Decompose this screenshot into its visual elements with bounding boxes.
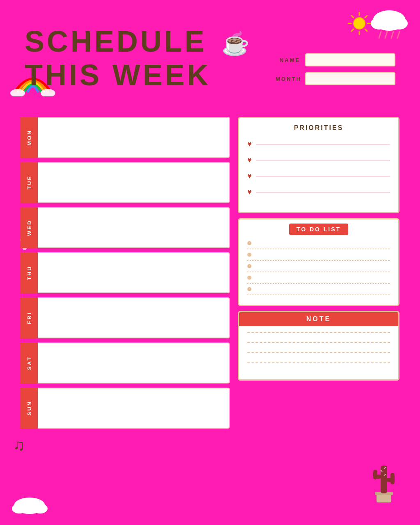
svg-line-12 (379, 32, 381, 38)
music-note-decoration: ♫ (13, 435, 27, 453)
todo-dot (247, 264, 251, 268)
day-label: SUN (21, 388, 38, 429)
cloud-rain-decoration (367, 6, 412, 41)
priority-item-2: ♥ (247, 172, 390, 180)
title-area: SCHEDULE ☕ THIS WEEK (25, 25, 252, 92)
day-content[interactable] (38, 252, 230, 293)
day-content[interactable] (38, 342, 230, 383)
todo-dotted-line (247, 249, 390, 249)
day-label: MON (21, 117, 38, 158)
cloud-bottom-left (10, 494, 49, 517)
day-content[interactable] (38, 388, 230, 429)
svg-point-20 (33, 504, 48, 514)
day-row-mon: MON (21, 117, 230, 158)
todo-dot (247, 253, 251, 257)
svg-point-11 (391, 17, 408, 30)
month-input[interactable] (305, 72, 395, 85)
cactus-decoration (368, 457, 400, 502)
svg-text:♫: ♫ (13, 436, 25, 453)
note-box: NOTE (238, 311, 399, 381)
right-column: PRIORITIES ♥ ♥ ♥ ♥ TO DO LIST (238, 117, 399, 429)
svg-point-0 (354, 18, 365, 29)
svg-line-14 (391, 32, 393, 38)
todo-dot (247, 287, 251, 291)
priorities-box: PRIORITIES ♥ ♥ ♥ ♥ (238, 117, 399, 213)
todo-dotted-line (247, 294, 390, 295)
heart-icon: ♥ (247, 140, 252, 148)
title-line2: THIS WEEK (25, 58, 252, 92)
priority-item-3: ♥ (247, 188, 390, 196)
heart-icon: ♥ (247, 172, 252, 180)
todo-header: TO DO LIST (247, 224, 390, 235)
todo-title-badge: TO DO LIST (289, 224, 348, 235)
todo-box: TO DO LIST (238, 218, 399, 306)
day-row-fri: FRI (21, 297, 230, 338)
todo-dotted-line (247, 283, 390, 284)
svg-point-10 (371, 17, 387, 30)
day-label: SAT (21, 342, 38, 383)
month-label: MONTH (276, 76, 300, 82)
heart-icon: ♥ (247, 156, 252, 164)
name-row: NAME (276, 53, 395, 66)
title-line1: SCHEDULE ☕ (25, 25, 252, 58)
note-header: NOTE (239, 312, 398, 326)
day-label: TUE (21, 162, 38, 203)
priority-item-1: ♥ (247, 156, 390, 164)
todo-item-1 (247, 253, 390, 261)
priority-line (256, 192, 390, 193)
note-line-2 (247, 352, 390, 353)
name-input[interactable] (305, 53, 395, 66)
day-row-sun: SUN (21, 388, 230, 429)
note-line-1 (247, 342, 390, 343)
name-label: NAME (276, 57, 300, 63)
svg-line-15 (397, 32, 399, 38)
note-title: NOTE (306, 315, 331, 322)
svg-rect-29 (373, 470, 377, 479)
note-line-3 (247, 362, 390, 363)
main-content: MON TUE WED THU FRI SAT SUN PRIORITIES ♥ (21, 117, 399, 429)
day-content[interactable] (38, 117, 230, 158)
day-content[interactable] (38, 207, 230, 248)
todo-item-3 (247, 276, 390, 284)
note-line-0 (247, 332, 390, 333)
todo-item-4 (247, 287, 390, 295)
todo-item-0 (247, 241, 390, 249)
priority-item-0: ♥ (247, 140, 390, 148)
svg-line-13 (385, 32, 387, 38)
svg-point-19 (12, 504, 27, 514)
priority-line (256, 144, 390, 145)
day-content[interactable] (38, 162, 230, 203)
day-row-sat: SAT (21, 342, 230, 383)
svg-rect-27 (381, 466, 387, 493)
todo-dot (247, 241, 251, 245)
day-label: THU (21, 252, 38, 293)
priority-line (256, 176, 390, 177)
todo-dotted-line (247, 272, 390, 272)
day-row-tue: TUE (21, 162, 230, 203)
svg-line-5 (352, 16, 354, 18)
coffee-icon: ☕ (221, 30, 252, 57)
month-row: MONTH (276, 72, 395, 85)
day-label: WED (21, 207, 38, 248)
priority-line (256, 160, 390, 161)
day-row-wed: WED (21, 207, 230, 248)
todo-item-2 (247, 264, 390, 272)
day-label: FRI (21, 297, 38, 338)
svg-rect-31 (390, 473, 395, 484)
todo-dotted-line (247, 260, 390, 261)
heart-icon: ♥ (247, 188, 252, 196)
svg-line-8 (352, 29, 354, 31)
day-content[interactable] (38, 297, 230, 338)
priorities-title: PRIORITIES (247, 124, 390, 132)
days-column: MON TUE WED THU FRI SAT SUN (21, 117, 230, 429)
note-content (239, 326, 398, 379)
day-row-thu: THU (21, 252, 230, 293)
todo-dot (247, 276, 251, 280)
info-fields: NAME MONTH (276, 53, 395, 85)
